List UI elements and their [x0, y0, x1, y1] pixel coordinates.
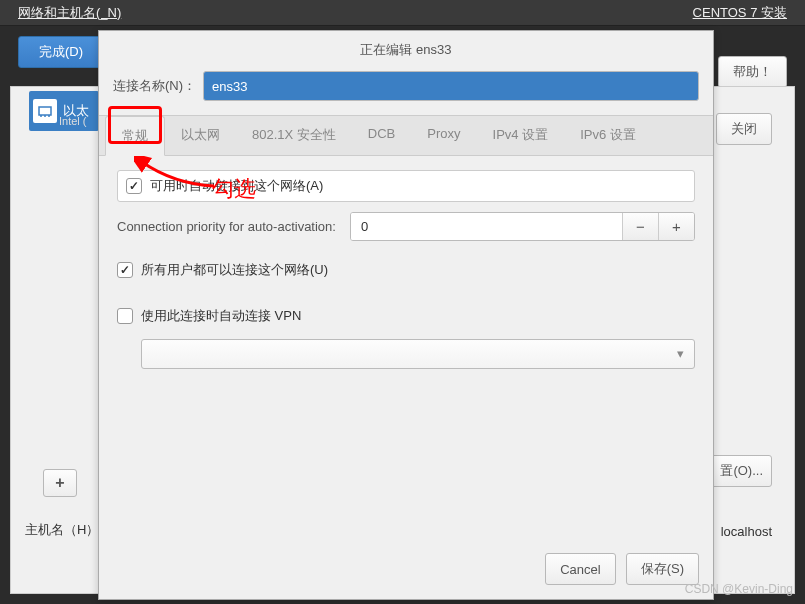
tab-bar: 常规 以太网 802.1X 安全性 DCB Proxy IPv4 设置 IPv6…: [99, 115, 713, 156]
all-users-checkbox[interactable]: [117, 262, 133, 278]
tab-general[interactable]: 常规: [105, 116, 165, 156]
tab-ipv4[interactable]: IPv4 设置: [477, 116, 565, 155]
configure-button[interactable]: 置(O)...: [711, 455, 772, 487]
ethernet-icon: [33, 99, 57, 123]
help-button[interactable]: 帮助！: [718, 56, 787, 88]
vpn-select[interactable]: [141, 339, 695, 369]
priority-plus-button[interactable]: +: [658, 213, 694, 240]
tab-ipv6[interactable]: IPv6 设置: [564, 116, 652, 155]
connection-name-input[interactable]: [203, 71, 699, 101]
tab-proxy[interactable]: Proxy: [411, 116, 476, 155]
auto-vpn-checkbox[interactable]: [117, 308, 133, 324]
edit-connection-dialog: 正在编辑 ens33 连接名称(N)： 常规 以太网 802.1X 安全性 DC…: [98, 30, 714, 600]
window-title: 网络和主机名(_N): [18, 4, 121, 22]
auto-connect-checkbox[interactable]: [126, 178, 142, 194]
tab-dcb[interactable]: DCB: [352, 116, 411, 155]
close-button[interactable]: 关闭: [716, 113, 772, 145]
priority-minus-button[interactable]: −: [622, 213, 658, 240]
all-users-label: 所有用户都可以连接这个网络(U): [141, 261, 328, 279]
ethernet-sublabel: Intel (: [59, 115, 87, 127]
cancel-button[interactable]: Cancel: [545, 553, 615, 585]
tab-8021x[interactable]: 802.1X 安全性: [236, 116, 352, 155]
add-button[interactable]: +: [43, 469, 77, 497]
hostname-value: localhost: [721, 524, 772, 539]
installer-brand: CENTOS 7 安装: [693, 4, 787, 22]
tab-ethernet[interactable]: 以太网: [165, 116, 236, 155]
priority-input[interactable]: [351, 213, 622, 240]
done-button[interactable]: 完成(D): [18, 36, 104, 68]
priority-label: Connection priority for auto-activation:: [117, 219, 336, 234]
auto-connect-label: 可用时自动链接到这个网络(A): [150, 177, 323, 195]
connection-name-label: 连接名称(N)：: [113, 77, 203, 95]
hostname-label: 主机名（H）: [25, 521, 99, 539]
auto-vpn-label: 使用此连接时自动连接 VPN: [141, 307, 301, 325]
dialog-title: 正在编辑 ens33: [99, 31, 713, 67]
watermark: CSDN @Kevin-Ding: [685, 582, 793, 596]
save-button[interactable]: 保存(S): [626, 553, 699, 585]
svg-rect-0: [39, 107, 51, 115]
